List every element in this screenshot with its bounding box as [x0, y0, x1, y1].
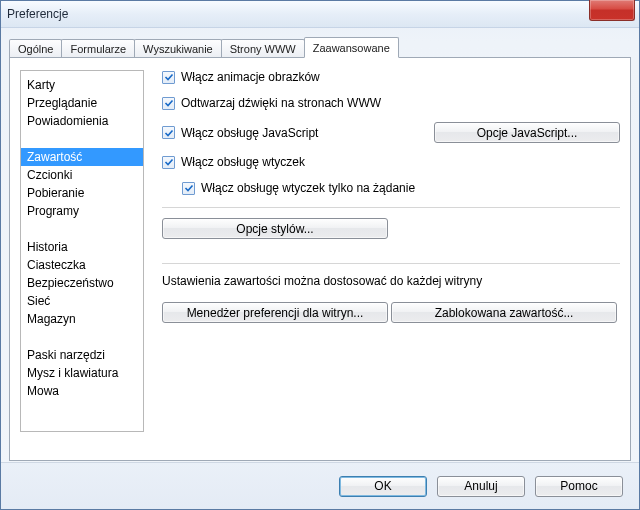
- checkbox-javascript[interactable]: [162, 126, 175, 139]
- content-area: Ogólne Formularze Wyszukiwanie Strony WW…: [7, 27, 633, 463]
- cancel-button[interactable]: Anuluj: [437, 476, 525, 497]
- titlebar: Preferencje: [1, 1, 639, 28]
- tabstrip: Ogólne Formularze Wyszukiwanie Strony WW…: [9, 35, 633, 57]
- sidebar-item-history[interactable]: Historia: [21, 238, 143, 256]
- tab-pages[interactable]: Strony WWW: [221, 39, 305, 58]
- label-sounds: Odtwarzaj dźwięki na stronach WWW: [181, 96, 381, 110]
- label-javascript: Włącz obsługę JavaScript: [181, 126, 318, 140]
- divider-2: [162, 263, 620, 264]
- checkbox-sounds[interactable]: [162, 97, 175, 110]
- sidebar-item-download[interactable]: Pobieranie: [21, 184, 143, 202]
- site-settings-note: Ustawienia zawartości można dostosować d…: [162, 274, 620, 288]
- button-blocked-content[interactable]: Zablokowana zawartość...: [391, 302, 617, 323]
- tab-search[interactable]: Wyszukiwanie: [134, 39, 222, 58]
- ok-button[interactable]: OK: [339, 476, 427, 497]
- checkbox-animations[interactable]: [162, 71, 175, 84]
- sidebar-item-speech[interactable]: Mowa: [21, 382, 143, 400]
- checkbox-plugins-ondemand[interactable]: [182, 182, 195, 195]
- close-button[interactable]: [589, 0, 635, 21]
- sidebar: Karty Przeglądanie Powiadomienia Zawarto…: [20, 70, 144, 432]
- button-site-preferences[interactable]: Menedżer preferencji dla witryn...: [162, 302, 388, 323]
- sidebar-item-programs[interactable]: Programy: [21, 202, 143, 220]
- button-style-options[interactable]: Opcje stylów...: [162, 218, 388, 239]
- preferences-window: Preferencje Ogólne Formularze Wyszukiwan…: [0, 0, 640, 510]
- sidebar-item-mouse[interactable]: Mysz i klawiatura: [21, 364, 143, 382]
- dialog-footer: OK Anuluj Pomoc: [1, 462, 639, 509]
- label-plugins-ondemand: Włącz obsługę wtyczek tylko na żądanie: [201, 181, 415, 195]
- sidebar-item-browsing[interactable]: Przeglądanie: [21, 94, 143, 112]
- sidebar-item-content[interactable]: Zawartość: [21, 148, 143, 166]
- checkbox-plugins[interactable]: [162, 156, 175, 169]
- divider-1: [162, 207, 620, 208]
- label-plugins: Włącz obsługę wtyczek: [181, 155, 305, 169]
- sidebar-item-storage[interactable]: Magazyn: [21, 310, 143, 328]
- tab-general[interactable]: Ogólne: [9, 39, 62, 58]
- window-title: Preferencje: [7, 7, 68, 21]
- button-js-options[interactable]: Opcje JavaScript...: [434, 122, 620, 143]
- tab-forms[interactable]: Formularze: [61, 39, 135, 58]
- label-animations: Włącz animacje obrazków: [181, 70, 320, 84]
- sidebar-item-cookies[interactable]: Ciasteczka: [21, 256, 143, 274]
- tab-advanced[interactable]: Zaawansowane: [304, 37, 399, 58]
- sidebar-item-security[interactable]: Bezpieczeństwo: [21, 274, 143, 292]
- sidebar-item-notifications[interactable]: Powiadomienia: [21, 112, 143, 130]
- tab-panel-advanced: Karty Przeglądanie Powiadomienia Zawarto…: [9, 57, 631, 461]
- settings-main: Włącz animacje obrazków Odtwarzaj dźwięk…: [144, 70, 620, 448]
- sidebar-item-network[interactable]: Sieć: [21, 292, 143, 310]
- help-button[interactable]: Pomoc: [535, 476, 623, 497]
- sidebar-item-toolbars[interactable]: Paski narzędzi: [21, 346, 143, 364]
- sidebar-item-fonts[interactable]: Czcionki: [21, 166, 143, 184]
- sidebar-item-cards[interactable]: Karty: [21, 76, 143, 94]
